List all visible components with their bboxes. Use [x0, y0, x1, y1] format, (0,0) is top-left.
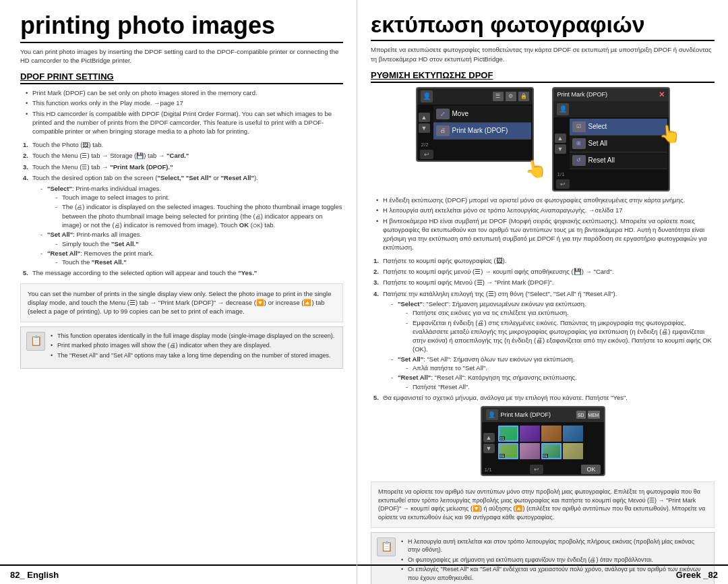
down-arrow-icon[interactable]: ▼: [419, 123, 430, 133]
move-icon: ⤢: [436, 109, 450, 119]
screen3-wrapper: 👤 Print Mark (DPOF) SD MEM ▲ ▼: [481, 406, 605, 476]
cam1-person-icon: 👤: [421, 90, 433, 103]
left-column: printing photo images You can print phot…: [0, 0, 357, 584]
cam2-person-icon: 👤: [557, 103, 569, 115]
right-step-2: 2. Πατήστε το κουμπί αφής μενού (☰) → κο…: [373, 267, 715, 276]
print-mark-menu-item: 🖨 Print Mark (DPOF): [433, 123, 531, 140]
right-footer: Greek _82: [357, 564, 728, 584]
cam1-icon3: ⚙: [506, 92, 516, 101]
right-column: εκτύπωση φωτογραφιών Μπορείτε να εκτυπώσ…: [357, 0, 728, 584]
mem-icon: MEM: [588, 411, 600, 419]
move-label: Move: [452, 110, 468, 117]
finger2-icon: 👆: [657, 123, 681, 146]
step-4: 4. Touch the desired option tab on the s…: [23, 173, 343, 266]
cam2-nav: ▲ ▼: [555, 134, 566, 154]
note2-item-3: The "Reset All" and "Set All" options ma…: [51, 351, 334, 360]
down-arrow2-icon[interactable]: ▼: [555, 144, 566, 154]
right-bullet-2: Η λειτουργία αυτή εκτελείται μόνο σε τρό…: [376, 206, 715, 214]
select-menu-item[interactable]: ☑ Select: [570, 119, 667, 136]
left-note2: 📋 This function operates identically in …: [20, 326, 343, 370]
left-intro: You can print photo images by inserting …: [20, 47, 343, 65]
note2-item-2: Print marked photo images will show the …: [51, 341, 334, 350]
setall-label: Set All: [588, 140, 607, 147]
right-step-5: 5. Θα εμφανιστεί το σχετικό μήνυμα, ανάλ…: [373, 393, 715, 402]
resetall-menu-item[interactable]: ↺ Reset All: [570, 152, 667, 169]
thumb-2: [520, 426, 540, 442]
left-title: printing photo images: [20, 12, 343, 43]
right-note2-item-1: Η λειτουργία αυτή εκτελείται και στον τρ…: [401, 537, 708, 554]
up-arrow-icon[interactable]: ▲: [419, 113, 430, 122]
thumb-8: [563, 443, 583, 459]
cam1-icon4: 🔒: [518, 92, 529, 101]
right-note1: Μπορείτε να ορίσετε τον αριθμό των αντιτ…: [371, 481, 715, 527]
thumb-7: 01: [541, 443, 562, 459]
screens-row-1: 👤 ☰ ⚙ 🔒 ▲ ▼: [371, 87, 715, 192]
note-icon: 📋: [26, 332, 45, 351]
right-bullet-1: Η ένδειξη εκτύπωσης (DPOF) μπορεί να ορι…: [376, 196, 715, 204]
right-title: εκτύπωση φωτογραφιών: [371, 12, 715, 41]
close-icon[interactable]: ✕: [659, 90, 665, 99]
right-note-icon: 📋: [377, 537, 396, 556]
screen2-header-label: Print Mark (DPOF): [557, 91, 608, 98]
step-2: 2. Touch the Menu (☰) tab → Storage (💾) …: [23, 151, 343, 160]
select-sub: Touch image to select images to print. T…: [47, 193, 343, 229]
right-footer-text: Greek _82: [676, 570, 718, 580]
setall-desc: "Set All": Print-marks all images. Simpl…: [40, 230, 343, 248]
step-1: 1. Touch the Photo (🖼) tab.: [23, 140, 343, 150]
right-note2-item-2: Οι φωτογραφίες με σήμανση για εκτύπωση ε…: [401, 556, 708, 564]
left-steps: 1. Touch the Photo (🖼) tab. 2. Touch the…: [20, 140, 343, 278]
screen3-person-icon: 👤: [486, 409, 498, 420]
select-sub-2: The (🖨) indicator is displayed on the se…: [55, 202, 343, 229]
select-sub-1: Touch image to select images to print.: [55, 193, 343, 202]
cam1-icon2: ☰: [493, 92, 504, 101]
right-step-3: 3. Πατήστε το κουμπί αφής Μενού (☰) → "P…: [373, 278, 715, 287]
cam1-nav: ▲ ▼: [419, 113, 430, 133]
page-container: printing photo images You can print phot…: [0, 0, 728, 584]
screen3-header-label: Print Mark (DPOF): [501, 411, 551, 418]
cam3-nav: ▲ ▼: [483, 433, 495, 453]
bullet-item-1: Print Mark (DPOF) can be set only on pho…: [26, 88, 343, 97]
cam3-page: 1/1: [485, 467, 492, 473]
cam3-back[interactable]: ↩: [530, 465, 543, 474]
resetall-desc: "Reset All": Removes the print mark. Tou…: [40, 249, 343, 267]
select-desc: "Select": Print-marks individual images.…: [40, 184, 343, 229]
select-label: Select: [588, 123, 607, 130]
finger1-icon: 👆: [522, 156, 547, 181]
section-title-text: DPOF PRINT SETTING: [20, 71, 114, 82]
screen1-wrapper: 👤 ☰ ⚙ 🔒 ▲ ▼: [416, 87, 534, 192]
bullet-item-2: This function works only in the Play mod…: [26, 98, 343, 107]
setall-menu-item[interactable]: ⊞ Set All: [570, 136, 667, 152]
right-step-1: 1. Πατήστε το κουμπί αφής φωτογραφίας (🖼…: [373, 256, 715, 265]
cam1-back[interactable]: ↩: [420, 150, 433, 159]
print-mark-label-cam1: Print Mark (DPOF): [452, 127, 508, 134]
screen2-header: Print Mark (DPOF) ✕: [553, 88, 669, 101]
screen3-header: 👤 Print Mark (DPOF) SD MEM: [482, 407, 604, 422]
screen2-wrapper: Print Mark (DPOF) ✕ 👤 ▲ ▼: [552, 87, 670, 192]
resetall-label: Reset All: [588, 156, 615, 164]
left-footer-text: 82_ English: [10, 570, 59, 580]
left-note1-text: You can set the number of prints in the …: [28, 290, 331, 316]
step4-sub: "Select": Print-marks individual images.…: [32, 184, 343, 267]
down-arrow3-icon[interactable]: ▼: [483, 444, 495, 453]
right-section-title-text: ΡΥΘΜΙΣΗ ΕΚΤΥΠΩΣΗΣ DPOF: [371, 70, 493, 80]
cam2-page: 1/1: [553, 171, 669, 178]
cam2-back[interactable]: ↩: [556, 179, 570, 189]
setall-icon: ⊞: [572, 138, 586, 149]
resetall-icon: ↺: [572, 155, 586, 166]
right-intro: Μπορείτε να εκτυπώσετε φωτογραφίες τοποθ…: [371, 45, 715, 63]
sd-icon: SD: [576, 411, 586, 419]
up-arrow3-icon[interactable]: ▲: [483, 433, 495, 442]
right-step-4: 4. Πατήστε την κατάλληλη επιλογή της (☰)…: [373, 289, 715, 391]
select-icon: ☑: [572, 121, 586, 132]
thumb-1: 01: [498, 426, 518, 442]
move-menu-item: ⤢ Move: [433, 106, 531, 123]
right-bullet-3: Η βιντεοκάμερα HD είναι συμβατή με DPOF …: [376, 216, 715, 252]
thumb-4: [563, 426, 583, 442]
step-3: 3. Touch the Menu (☰) tab → "Print Mark …: [23, 163, 343, 172]
up-arrow2-icon[interactable]: ▲: [555, 134, 566, 143]
ok-button[interactable]: OK: [581, 465, 601, 474]
thumb-5: 01: [498, 443, 518, 459]
right-section-title: ΡΥΘΜΙΣΗ ΕΚΤΥΠΩΣΗΣ DPOF: [371, 70, 715, 83]
right-steps: 1. Πατήστε το κουμπί αφής φωτογραφίας (🖼…: [371, 256, 715, 402]
print-mark-icon: 🖨: [436, 125, 450, 136]
